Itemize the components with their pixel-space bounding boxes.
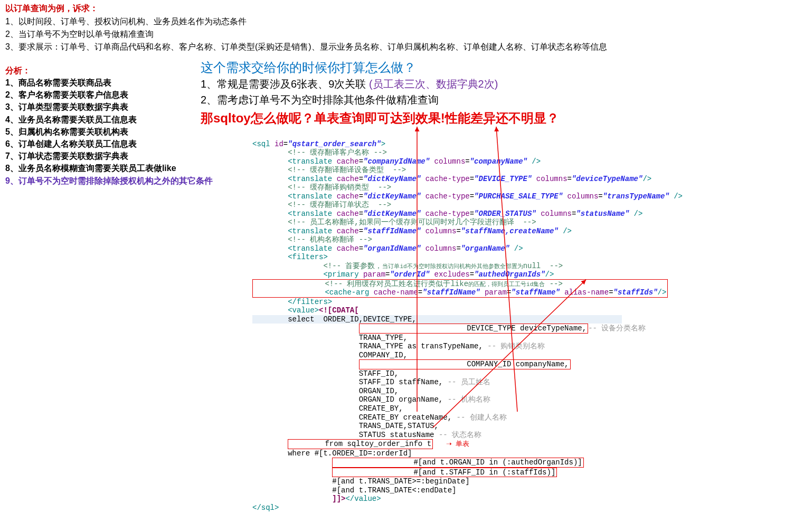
requirement-item: 3、要求展示：订单号、订单商品代码和名称、客户名称、订单类型(采购还是销售)、显… xyxy=(5,41,780,53)
commentary-line: 1、常规是需要涉及6张表、9次关联 (员工表三次、数据字典2次) xyxy=(201,76,776,92)
commentary-line: 2、需考虑订单号不为空时排除其他条件做精准查询 xyxy=(201,92,776,108)
single-table-annotation: 单表 xyxy=(456,440,469,448)
commentary-block: 这个需求交给你的时候你打算怎么做？ 1、常规是需要涉及6张表、9次关联 (员工表… xyxy=(201,59,776,127)
question-heading: 这个需求交给你的时候你打算怎么做？ xyxy=(201,59,776,76)
analysis-item: 7、订单状态需要关联数据字典表 xyxy=(5,150,238,162)
conclusion-heading: 那sqltoy怎么做呢？单表查询即可达到效果!性能差异还不明显？ xyxy=(201,110,776,127)
analysis-item: 8、业务员名称模糊查询需要关联员工表做like xyxy=(5,162,238,174)
analysis-item: 5、归属机构名称需要关联机构表 xyxy=(5,126,238,138)
requirement-item: 1、以时间段、订单号、授权访问机构、业务员姓名作为动态条件 xyxy=(5,15,780,28)
analysis-item: 6、订单创建人名称关联员工信息表 xyxy=(5,138,238,150)
analysis-item-highlight: 9、订单号不为空时需排除掉除授权机构之外的其它条件 xyxy=(5,175,238,187)
requirements-block: 以订单查询为例，诉求： 1、以时间段、订单号、授权访问机构、业务员姓名作为动态条… xyxy=(0,0,785,55)
code-snippet: <sql id="qstart_order_search"> <!-- 缓存翻译… xyxy=(252,131,780,512)
requirements-title: 以订单查询为例，诉求： xyxy=(5,3,780,14)
requirement-item: 2、当订单号不为空时以单号做精准查询 xyxy=(5,28,780,41)
